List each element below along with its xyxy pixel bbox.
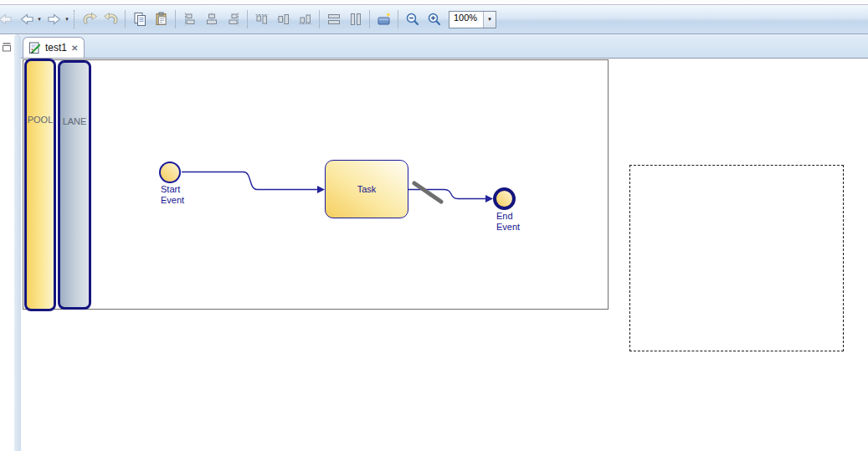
back-icon[interactable] (16, 9, 37, 30)
toolbar-separator (175, 10, 176, 28)
history-back-icon[interactable] (0, 9, 15, 30)
selection-marquee (629, 165, 844, 351)
back-dropdown-icon[interactable]: ▾ (36, 16, 43, 23)
diagram-canvas[interactable]: POOL LANE Start Event (21, 59, 868, 451)
forward-dropdown-icon[interactable]: ▾ (64, 16, 70, 23)
zoom-out-icon[interactable] (402, 9, 423, 30)
close-icon[interactable]: ✕ (71, 44, 78, 53)
zoom-level-value: 100% (449, 12, 483, 28)
zoom-in-icon[interactable] (424, 9, 444, 30)
restore-view-icon[interactable] (2, 43, 13, 52)
align-center-icon[interactable] (201, 9, 222, 30)
start-event-label: Start Event (161, 184, 184, 206)
align-top-icon[interactable] (251, 9, 272, 30)
align-left-icon[interactable] (179, 9, 200, 30)
tab-title: test1 (45, 42, 67, 54)
toolbar-separator (369, 10, 370, 28)
paste-icon[interactable] (151, 9, 172, 30)
tab-test1[interactable]: test1 ✕ (23, 37, 85, 58)
bpmn-lane[interactable]: LANE (58, 60, 91, 310)
match-height-icon[interactable] (323, 9, 344, 30)
zoom-level-combo[interactable]: 100% ▾ (449, 11, 496, 28)
match-width-icon[interactable] (345, 9, 366, 30)
diagram-viewport-border (23, 59, 609, 310)
align-middle-icon[interactable] (273, 9, 294, 30)
task-node[interactable]: Task (325, 160, 408, 218)
toolbar-separator (398, 10, 398, 28)
task-label: Task (357, 184, 377, 194)
undo-icon[interactable] (79, 9, 100, 30)
end-event-label: End Event (496, 211, 520, 233)
main-toolbar: ▾ ▾ (0, 5, 868, 34)
toolbar-separator (247, 10, 248, 28)
bpmn-pool[interactable]: POOL (24, 59, 56, 311)
chevron-down-icon[interactable]: ▾ (483, 12, 496, 28)
editor-tab-bar: test1 ✕ (21, 34, 868, 59)
toolbar-separator (125, 10, 126, 28)
editor-area: test1 ✕ POOL LANE (21, 34, 868, 451)
editor-area-sash[interactable] (14, 34, 21, 451)
end-event-node[interactable] (493, 187, 516, 210)
lane-label: LANE (60, 116, 89, 126)
align-bottom-icon[interactable] (295, 9, 316, 30)
minimized-view-bar (0, 34, 14, 451)
toolbar-separator (319, 10, 320, 28)
export-image-icon[interactable] (373, 9, 394, 30)
copy-icon[interactable] (129, 9, 150, 30)
redo-icon[interactable] (100, 9, 121, 30)
start-event-node[interactable] (159, 161, 181, 183)
align-right-icon[interactable] (223, 9, 244, 30)
forward-icon[interactable] (44, 9, 64, 30)
bpmn-file-icon (28, 42, 41, 54)
workbench-content: test1 ✕ POOL LANE (0, 34, 868, 451)
pool-label: POOL (27, 115, 54, 125)
toolbar-separator (74, 10, 75, 28)
application-window: ▾ ▾ (0, 0, 868, 451)
